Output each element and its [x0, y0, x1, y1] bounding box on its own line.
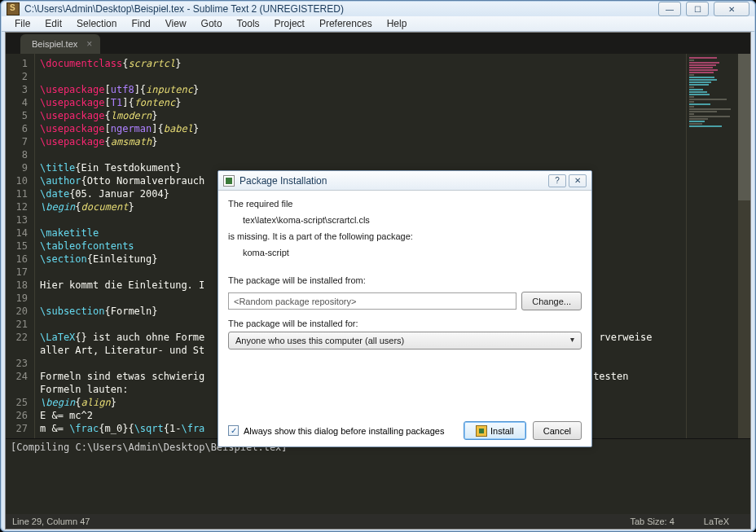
- dialog-install-for-label: The package will be installed for:: [228, 319, 582, 328]
- app-window-inner: C:\Users\Admin\Desktop\Beispiel.tex - Su…: [2, 2, 754, 530]
- minimize-button[interactable]: ―: [658, 2, 681, 16]
- menu-selection[interactable]: Selection: [70, 16, 123, 31]
- menu-view[interactable]: View: [159, 16, 193, 31]
- scrollbar-thumb[interactable]: [738, 54, 750, 200]
- cancel-button[interactable]: Cancel: [533, 421, 582, 440]
- menu-goto[interactable]: Goto: [195, 16, 229, 31]
- statusbar: Line 29, Column 47 Tab Size: 4 LaTeX: [6, 514, 750, 529]
- editor-scrollbar[interactable]: [738, 54, 750, 438]
- always-show-label: Always show this dialog before installin…: [244, 426, 444, 436]
- maximize-button[interactable]: ☐: [686, 2, 709, 16]
- minimap[interactable]: [686, 54, 738, 438]
- menu-help[interactable]: Help: [380, 16, 414, 31]
- dialog-install-from-label: The package will be installed from:: [228, 275, 582, 285]
- editor-area: Beispiel.tex × 1234567891011121314151617…: [5, 32, 751, 530]
- menu-file[interactable]: File: [8, 16, 37, 31]
- menu-edit[interactable]: Edit: [38, 16, 68, 31]
- menubar: File Edit Selection Find View Goto Tools…: [2, 16, 754, 32]
- tab-active[interactable]: Beispiel.tex ×: [20, 34, 100, 54]
- menu-project[interactable]: Project: [268, 16, 311, 31]
- close-button[interactable]: ✕: [714, 2, 749, 16]
- always-show-row[interactable]: ✓ Always show this dialog before install…: [228, 425, 457, 436]
- app-icon: [7, 2, 20, 15]
- dialog-title: Package Installation: [240, 175, 548, 187]
- install-scope-dropdown[interactable]: Anyone who uses this computer (all users…: [228, 332, 582, 350]
- dialog-body: The required file tex\latex\koma-script\…: [218, 191, 591, 415]
- dialog-missing-label: is missing. It is a part of the followin…: [228, 231, 582, 241]
- menu-tools[interactable]: Tools: [231, 16, 266, 31]
- gutter: 12345678910111213141516171819202122 2324…: [6, 54, 35, 438]
- dialog-close-button[interactable]: ✕: [569, 174, 587, 187]
- status-position[interactable]: Line 29, Column 47: [12, 517, 90, 526]
- always-show-checkbox[interactable]: ✓: [228, 425, 239, 436]
- install-scope-value: Anyone who uses this computer (all users…: [235, 336, 404, 345]
- titlebar[interactable]: C:\Users\Admin\Desktop\Beispiel.tex - Su…: [2, 2, 754, 16]
- status-tabsize[interactable]: Tab Size: 4: [615, 517, 688, 526]
- menu-preferences[interactable]: Preferences: [313, 16, 379, 31]
- repository-field[interactable]: <Random package repository>: [228, 292, 516, 310]
- dialog-package-name: koma-script: [228, 248, 582, 257]
- repository-value: <Random package repository>: [234, 297, 356, 306]
- install-button[interactable]: Install: [464, 421, 526, 440]
- dialog-app-icon: [223, 175, 235, 187]
- app-window: C:\Users\Admin\Desktop\Beispiel.tex - Su…: [0, 0, 756, 532]
- window-title: C:\Users\Admin\Desktop\Beispiel.tex - Su…: [24, 3, 658, 15]
- menu-find[interactable]: Find: [125, 16, 156, 31]
- install-icon: [476, 425, 487, 437]
- dialog-required-file-label: The required file: [228, 199, 582, 209]
- tab-close-icon[interactable]: ×: [86, 38, 92, 50]
- tab-label: Beispiel.tex: [32, 39, 77, 49]
- tab-bar: Beispiel.tex ×: [6, 33, 750, 54]
- window-buttons: ― ☐ ✕: [658, 2, 749, 16]
- package-install-dialog: Package Installation ? ✕ The required fi…: [218, 170, 592, 447]
- dialog-titlebar[interactable]: Package Installation ? ✕: [218, 171, 591, 191]
- dialog-help-button[interactable]: ?: [548, 174, 566, 187]
- change-repository-button[interactable]: Change...: [521, 292, 582, 310]
- build-output-empty: [6, 455, 750, 514]
- status-syntax[interactable]: LaTeX: [689, 517, 744, 526]
- dialog-footer: ✓ Always show this dialog before install…: [218, 415, 591, 446]
- dialog-filepath: tex\latex\koma-script\scrartcl.cls: [228, 215, 582, 225]
